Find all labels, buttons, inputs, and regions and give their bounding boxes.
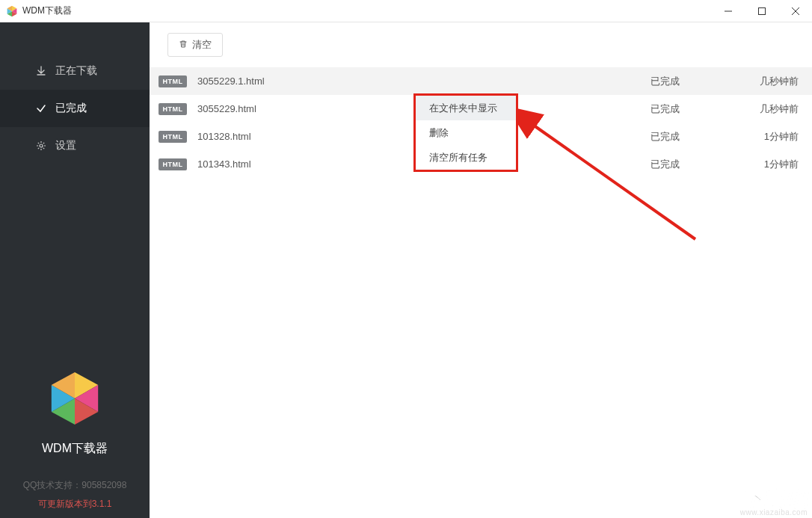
download-icon xyxy=(36,66,46,76)
file-status: 已完成 xyxy=(650,158,740,171)
titlebar-left: WDM下载器 xyxy=(6,4,72,17)
app-icon xyxy=(6,5,18,17)
gear-icon xyxy=(36,141,46,151)
qq-support-label: QQ技术支持：905852098 xyxy=(23,479,127,492)
sidebar-item-label: 已完成 xyxy=(55,102,87,115)
file-type-badge: HTML xyxy=(159,158,187,170)
sidebar-item-label: 设置 xyxy=(55,139,76,152)
main-panel: 清空 HTML 3055229.1.html 已完成 几秒钟前 HTML 305… xyxy=(150,22,812,518)
minimize-button[interactable] xyxy=(711,0,745,22)
trash-icon xyxy=(179,40,188,51)
clear-button-label: 清空 xyxy=(192,38,212,52)
ctx-item-show-in-folder[interactable]: 在文件夹中显示 xyxy=(416,96,516,120)
clear-button[interactable]: 清空 xyxy=(167,33,223,57)
sidebar-item-completed[interactable]: 已完成 xyxy=(0,90,150,127)
file-type-badge: HTML xyxy=(159,75,187,87)
app-body: 正在下载 已完成 设置 xyxy=(0,22,812,518)
file-time: 几秒钟前 xyxy=(740,75,799,88)
svg-point-11 xyxy=(40,144,43,147)
sidebar-item-label: 正在下载 xyxy=(55,64,97,78)
titlebar: WDM下载器 xyxy=(0,0,812,22)
window-controls xyxy=(711,0,812,22)
file-status: 已完成 xyxy=(650,75,740,88)
toolbar: 清空 xyxy=(150,22,812,67)
ctx-item-delete[interactable]: 删除 xyxy=(416,120,516,145)
file-time: 1分钟前 xyxy=(740,158,799,171)
close-button[interactable] xyxy=(778,0,812,22)
sidebar-item-downloading[interactable]: 正在下载 xyxy=(0,52,150,90)
svg-rect-8 xyxy=(758,8,765,15)
nav-items: 正在下载 已完成 设置 xyxy=(0,22,150,164)
app-logo xyxy=(46,369,104,428)
file-type-badge: HTML xyxy=(159,103,187,115)
watermark: 下载吧 www.xiazaiba.com xyxy=(740,489,808,517)
sidebar-item-settings[interactable]: 设置 xyxy=(0,127,150,164)
watermark-url: www.xiazaiba.com xyxy=(740,508,808,517)
file-status: 已完成 xyxy=(650,102,740,116)
file-time: 几秒钟前 xyxy=(740,102,799,116)
file-name: 3055229.1.html xyxy=(197,75,650,87)
sidebar: 正在下载 已完成 设置 xyxy=(0,22,150,518)
ctx-item-clear-all[interactable]: 清空所有任务 xyxy=(416,145,516,170)
update-notice-label[interactable]: 可更新版本到3.1.1 xyxy=(38,498,112,511)
window-title: WDM下载器 xyxy=(22,4,72,17)
app-name-label: WDM下载器 xyxy=(42,441,108,457)
watermark-text: 下载吧 xyxy=(742,489,808,510)
file-time: 1分钟前 xyxy=(740,130,799,144)
sidebar-footer: WDM下载器 QQ技术支持：905852098 可更新版本到3.1.1 xyxy=(0,369,150,518)
file-status: 已完成 xyxy=(650,130,740,144)
check-icon xyxy=(36,103,46,114)
maximize-button[interactable] xyxy=(745,0,778,22)
context-menu: 在文件夹中显示 删除 清空所有任务 xyxy=(413,93,518,172)
file-row[interactable]: HTML 3055229.1.html 已完成 几秒钟前 xyxy=(150,67,812,95)
file-type-badge: HTML xyxy=(159,131,187,143)
